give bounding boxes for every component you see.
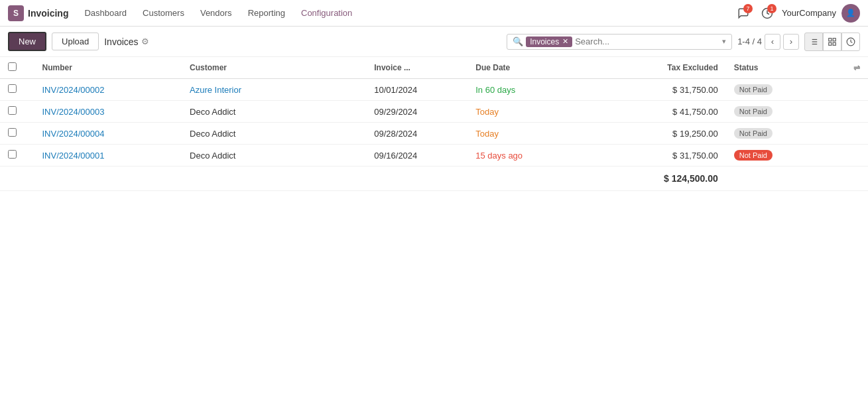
col-header-adjust[interactable]: ⇌ (837, 57, 868, 79)
col-header-tax-excluded[interactable]: Tax Excluded (597, 57, 726, 79)
col-header-invoice-date[interactable]: Invoice ... (366, 57, 467, 79)
row-checkbox-1[interactable] (0, 101, 34, 123)
row-checkbox-2[interactable] (0, 123, 34, 145)
search-dropdown-arrow[interactable]: ▾ (722, 37, 726, 46)
svg-rect-7 (829, 38, 832, 40)
filter-tag-remove[interactable]: ✕ (562, 37, 568, 46)
table-total-row: $ 124,500.00 (0, 167, 868, 191)
filter-tag-invoices[interactable]: Invoices ✕ (526, 36, 572, 47)
row-checkbox-0[interactable] (0, 79, 34, 101)
breadcrumb-label: Invoices (104, 36, 138, 47)
row-tax-excluded-2: $ 19,250.00 (597, 123, 726, 145)
view-activity-button[interactable] (841, 33, 860, 51)
row-checkbox-3[interactable] (0, 145, 34, 167)
row-number-2[interactable]: INV/2024/00004 (34, 123, 182, 145)
row-customer-2[interactable]: Deco Addict (182, 123, 366, 145)
svg-rect-9 (833, 42, 836, 45)
new-button[interactable]: New (8, 32, 46, 51)
brand-icon: S (8, 5, 24, 21)
table-row[interactable]: INV/2024/00003 Deco Addict 09/29/2024 To… (0, 101, 868, 123)
row-customer-3[interactable]: Deco Addict (182, 145, 366, 167)
row-number-3[interactable]: INV/2024/00001 (34, 145, 182, 167)
row-status-0: Not Paid (726, 79, 837, 101)
search-input[interactable] (575, 36, 719, 46)
table-row[interactable]: INV/2024/00001 Deco Addict 09/16/2024 15… (0, 145, 868, 167)
row-status-1: Not Paid (726, 101, 837, 123)
row-status-2: Not Paid (726, 123, 837, 145)
pagination-next[interactable]: › (783, 34, 799, 50)
nav-item-customers[interactable]: Customers (136, 5, 191, 21)
row-tax-excluded-0: $ 31,750.00 (597, 79, 726, 101)
table-row[interactable]: INV/2024/00004 Deco Addict 09/28/2024 To… (0, 123, 868, 145)
invoice-table: Number Customer Invoice ... Due Date Tax… (0, 57, 868, 191)
pagination-text: 1-4 / 4 (737, 36, 762, 46)
row-extra-2 (837, 123, 868, 145)
row-tax-excluded-1: $ 41,750.00 (597, 101, 726, 123)
row-invoice-date-0: 10/01/2024 (366, 79, 467, 101)
topnav-right: 7 1 YourCompany 👤 (734, 4, 860, 23)
notification-badge-1: 7 (743, 4, 753, 13)
row-invoice-date-3: 09/16/2024 (366, 145, 467, 167)
table-header-row: Number Customer Invoice ... Due Date Tax… (0, 57, 868, 79)
col-header-status[interactable]: Status (726, 57, 837, 79)
row-extra-0 (837, 79, 868, 101)
notification-button-2[interactable]: 1 (758, 4, 776, 23)
col-header-due-date[interactable]: Due Date (467, 57, 597, 79)
user-avatar[interactable]: 👤 (841, 4, 860, 23)
view-toggles (804, 33, 860, 51)
row-tax-excluded-3: $ 31,750.00 (597, 145, 726, 167)
svg-rect-8 (833, 38, 836, 40)
row-invoice-date-1: 09/29/2024 (366, 101, 467, 123)
nav-item-dashboard[interactable]: Dashboard (78, 5, 133, 21)
nav-item-vendors[interactable]: Vendors (194, 5, 239, 21)
search-bar: 🔍 Invoices ✕ ▾ (507, 34, 732, 50)
select-all-checkbox[interactable] (0, 57, 34, 79)
row-due-date-2: Today (467, 123, 597, 145)
view-list-button[interactable] (804, 33, 823, 51)
row-extra-3 (837, 145, 868, 167)
svg-rect-10 (829, 42, 832, 45)
brand[interactable]: S Invoicing (8, 5, 68, 21)
column-adjust-icon[interactable]: ⇌ (853, 63, 860, 72)
row-due-date-0: In 60 days (467, 79, 597, 101)
search-icon: 🔍 (513, 36, 523, 46)
pagination: 1-4 / 4 ‹ › (737, 34, 799, 50)
pagination-prev[interactable]: ‹ (765, 34, 780, 50)
row-number-1[interactable]: INV/2024/00003 (34, 101, 182, 123)
row-due-date-1: Today (467, 101, 597, 123)
total-amount: $ 124,500.00 (597, 167, 726, 191)
top-navigation: S Invoicing Dashboard Customers Vendors … (0, 0, 868, 27)
notification-button-1[interactable]: 7 (734, 4, 753, 23)
nav-item-reporting[interactable]: Reporting (241, 5, 292, 21)
row-status-3: Not Paid (726, 145, 837, 167)
notification-badge-2: 1 (767, 4, 776, 13)
col-header-number[interactable]: Number (34, 57, 182, 79)
table-row[interactable]: INV/2024/00002 Azure Interior 10/01/2024… (0, 79, 868, 101)
row-invoice-date-2: 09/28/2024 (366, 123, 467, 145)
filter-tag-label: Invoices (530, 37, 559, 46)
upload-button[interactable]: Upload (52, 33, 99, 50)
row-customer-0[interactable]: Azure Interior (182, 79, 366, 101)
nav-item-configuration[interactable]: Configuration (294, 5, 359, 21)
row-number-0[interactable]: INV/2024/00002 (34, 79, 182, 101)
toolbar: New Upload Invoices ⚙ 🔍 Invoices ✕ ▾ 1-4… (0, 27, 868, 57)
brand-name: Invoicing (28, 8, 68, 19)
row-customer-1[interactable]: Deco Addict (182, 101, 366, 123)
view-kanban-button[interactable] (823, 33, 841, 51)
row-extra-1 (837, 101, 868, 123)
breadcrumb: Invoices ⚙ (104, 36, 149, 47)
row-due-date-3: 15 days ago (467, 145, 597, 167)
company-name[interactable]: YourCompany (782, 8, 836, 18)
settings-icon[interactable]: ⚙ (141, 36, 149, 46)
col-header-customer[interactable]: Customer (182, 57, 366, 79)
